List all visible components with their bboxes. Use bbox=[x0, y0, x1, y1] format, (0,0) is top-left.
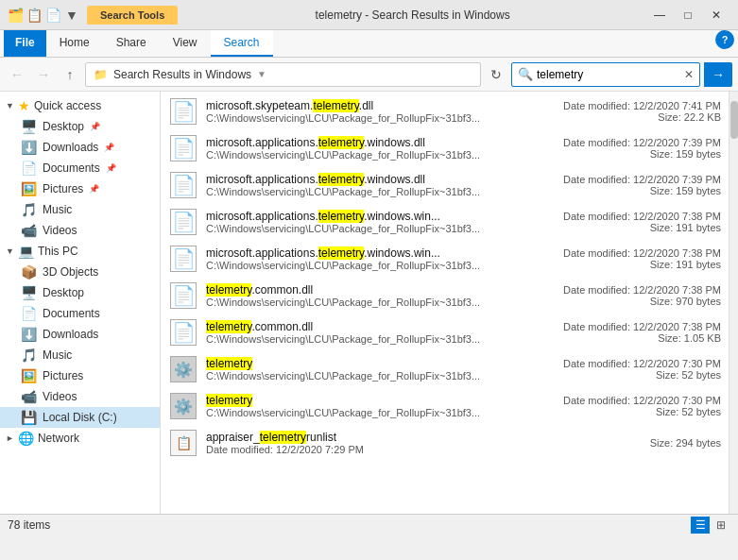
sidebar-item-pc-downloads[interactable]: ⬇️ Downloads bbox=[0, 324, 160, 345]
file-list-item[interactable]: 📋 appraiser_telemetryrunlist Date modifi… bbox=[161, 425, 729, 462]
pc-desktop-icon: 🖥️ bbox=[21, 285, 37, 300]
view-toggle: ☰ ⊞ bbox=[691, 517, 730, 534]
network-icon: 🌐 bbox=[18, 431, 34, 446]
file-name-highlight: telemetry bbox=[313, 99, 358, 112]
file-name: microsoft.skypeteam.telemetry.dll bbox=[206, 99, 543, 112]
sidebar-downloads-label: Downloads bbox=[43, 141, 98, 154]
ribbon-tabs: File Home Share View Search ? bbox=[0, 30, 738, 57]
file-path: C:\Windows\servicing\LCU\Package_for_Rol… bbox=[206, 112, 543, 124]
sidebar-section-network[interactable]: ► 🌐 Network bbox=[0, 428, 160, 449]
sidebar-item-pc-pictures[interactable]: 🖼️ Pictures bbox=[0, 365, 160, 386]
file-list-item[interactable]: 📄 microsoft.applications.telemetry.windo… bbox=[161, 204, 729, 241]
file-size: Size: 191 bytes bbox=[551, 222, 721, 233]
file-details: microsoft.applications.telemetry.windows… bbox=[206, 246, 543, 271]
tab-file[interactable]: File bbox=[4, 30, 46, 57]
pc-music-icon: 🎵 bbox=[21, 348, 37, 363]
sidebar-item-local-disk[interactable]: 💾 Local Disk (C:) bbox=[0, 407, 160, 428]
file-path: C:\Windows\servicing\LCU\Package_for_Rol… bbox=[206, 149, 543, 161]
list-icon: 📋 bbox=[170, 430, 197, 456]
search-box: 🔍 ✕ bbox=[511, 62, 700, 87]
file-list-item[interactable]: ⚙️ telemetry C:\Windows\servicing\LCU\Pa… bbox=[161, 388, 729, 425]
file-name: microsoft.applications.telemetry.windows… bbox=[206, 210, 543, 223]
file-list-item[interactable]: ⚙️ telemetry C:\Windows\servicing\LCU\Pa… bbox=[161, 351, 729, 388]
file-list-item[interactable]: 📄 telemetry.common.dll C:\Windows\servic… bbox=[161, 278, 729, 314]
dll-icon: 📄 bbox=[170, 209, 197, 235]
sidebar-pc-videos-label: Videos bbox=[43, 390, 77, 403]
up-button[interactable]: ↑ bbox=[59, 63, 81, 86]
sidebar-item-downloads[interactable]: ⬇️ Downloads 📌 bbox=[0, 137, 160, 158]
dll-icon: 📄 bbox=[170, 246, 197, 272]
close-button[interactable]: ✕ bbox=[702, 0, 730, 30]
file-icon-wrap: 📄 bbox=[168, 133, 198, 163]
sidebar-desktop-label: Desktop bbox=[43, 120, 84, 133]
file-icon-wrap: ⚙️ bbox=[168, 391, 198, 421]
sidebar-item-pc-documents[interactable]: 📄 Documents bbox=[0, 303, 160, 324]
file-modified: Date modified: 12/2/2020 7:41 PM bbox=[551, 100, 721, 111]
file-size: Size: 159 bytes bbox=[551, 185, 721, 196]
sidebar-item-documents[interactable]: 📄 Documents 📌 bbox=[0, 158, 160, 178]
tab-share[interactable]: Share bbox=[103, 30, 160, 57]
tab-search[interactable]: Search bbox=[211, 30, 273, 57]
file-details: appraiser_telemetryrunlist Date modified… bbox=[206, 431, 543, 455]
this-pc-expand-icon: ▼ bbox=[6, 246, 14, 256]
file-list-item[interactable]: 📄 microsoft.applications.telemetry.windo… bbox=[161, 167, 729, 204]
view-details-button[interactable]: ☰ bbox=[691, 517, 710, 534]
sidebar-item-pc-music[interactable]: 🎵 Music bbox=[0, 345, 160, 365]
clear-search-icon[interactable]: ✕ bbox=[684, 68, 694, 81]
dll-icon: 📄 bbox=[170, 98, 197, 125]
address-path: Search Results in Windows bbox=[113, 68, 251, 81]
file-name-highlight: telemetry bbox=[206, 357, 252, 370]
file-list-item[interactable]: 📄 microsoft.applications.telemetry.windo… bbox=[161, 241, 729, 278]
file-name: telemetry bbox=[206, 394, 543, 407]
tab-home[interactable]: Home bbox=[46, 30, 103, 57]
file-path: Date modified: 12/2/2020 7:29 PM bbox=[206, 444, 543, 455]
gear-icon: ⚙️ bbox=[170, 393, 197, 419]
file-details: telemetry.common.dll C:\Windows\servicin… bbox=[206, 320, 543, 345]
file-list-item[interactable]: 📄 microsoft.skypeteam.telemetry.dll C:\W… bbox=[161, 93, 729, 130]
sidebar-pc-documents-label: Documents bbox=[43, 307, 100, 320]
sidebar-section-this-pc[interactable]: ▼ 💻 This PC bbox=[0, 241, 160, 262]
search-go-button[interactable]: → bbox=[704, 62, 732, 87]
address-dropdown-arrow[interactable]: ▼ bbox=[257, 69, 266, 79]
sidebar-item-videos[interactable]: 📹 Videos bbox=[0, 220, 160, 241]
file-name: telemetry bbox=[206, 357, 543, 370]
pc-documents-icon: 📄 bbox=[21, 306, 37, 321]
quick-access-star-icon: ★ bbox=[18, 98, 30, 113]
sidebar-item-pc-videos[interactable]: 📹 Videos bbox=[0, 386, 160, 407]
tab-view[interactable]: View bbox=[160, 30, 211, 57]
file-name: microsoft.applications.telemetry.windows… bbox=[206, 246, 543, 260]
address-box[interactable]: 📁 Search Results in Windows ▼ bbox=[85, 62, 481, 87]
window-title: telemetry - Search Results in Windows bbox=[180, 8, 645, 22]
file-name: telemetry.common.dll bbox=[206, 283, 543, 297]
file-name-highlight: telemetry bbox=[206, 394, 252, 407]
network-label: Network bbox=[38, 432, 79, 445]
back-button[interactable]: ← bbox=[6, 63, 28, 86]
file-list-item[interactable]: 📄 microsoft.applications.telemetry.windo… bbox=[161, 130, 729, 167]
file-path: C:\Windows\servicing\LCU\Package_for_Rol… bbox=[206, 223, 543, 234]
file-path: C:\Windows\servicing\LCU\Package_for_Rol… bbox=[206, 370, 543, 382]
sidebar-item-pictures[interactable]: 🖼️ Pictures 📌 bbox=[0, 178, 160, 199]
search-tools-tab[interactable]: Search Tools bbox=[87, 6, 178, 25]
file-details: telemetry C:\Windows\servicing\LCU\Packa… bbox=[206, 357, 543, 382]
sidebar-item-pc-desktop[interactable]: 🖥️ Desktop bbox=[0, 282, 160, 303]
title-bar: 🗂️ 📋 📄 ▼ Search Tools telemetry - Search… bbox=[0, 0, 738, 30]
refresh-button[interactable]: ↻ bbox=[485, 63, 507, 86]
scrollbar[interactable] bbox=[729, 92, 738, 514]
file-list-item[interactable]: 📄 telemetry.common.dll C:\Windows\servic… bbox=[161, 314, 729, 351]
help-button[interactable]: ? bbox=[715, 30, 734, 49]
file-name-highlight: telemetry bbox=[318, 173, 364, 186]
sidebar-item-desktop[interactable]: 🖥️ Desktop 📌 bbox=[0, 116, 160, 137]
3dobjects-icon: 📦 bbox=[21, 264, 37, 280]
minimize-button[interactable]: — bbox=[645, 0, 674, 30]
sidebar-item-3dobjects[interactable]: 📦 3D Objects bbox=[0, 262, 160, 282]
forward-button[interactable]: → bbox=[32, 63, 55, 86]
file-details: microsoft.skypeteam.telemetry.dll C:\Win… bbox=[206, 99, 543, 124]
view-large-icons-button[interactable]: ⊞ bbox=[712, 517, 730, 534]
file-meta: Date modified: 12/2/2020 7:39 PM Size: 1… bbox=[551, 137, 721, 160]
maximize-button[interactable]: □ bbox=[674, 0, 702, 30]
sidebar-section-quick-access[interactable]: ▼ ★ Quick access bbox=[0, 95, 160, 116]
search-input[interactable] bbox=[537, 68, 680, 81]
app-icon-2: 📋 bbox=[26, 8, 42, 23]
scrollbar-thumb[interactable] bbox=[730, 101, 738, 139]
sidebar-item-music[interactable]: 🎵 Music bbox=[0, 199, 160, 220]
